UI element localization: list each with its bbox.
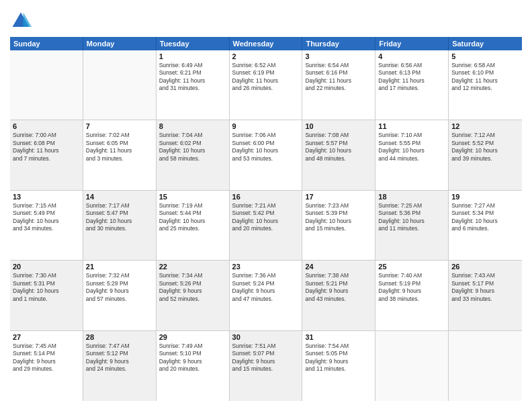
day-detail: Sunrise: 7:43 AM Sunset: 5:17 PM Dayligh… (451, 272, 519, 303)
day-number: 27 (13, 333, 80, 341)
day-detail: Sunrise: 7:08 AM Sunset: 5:57 PM Dayligh… (305, 132, 372, 163)
weekday-header: Monday (83, 37, 157, 50)
day-detail: Sunrise: 7:32 AM Sunset: 5:29 PM Dayligh… (86, 272, 153, 303)
day-detail: Sunrise: 7:27 AM Sunset: 5:34 PM Dayligh… (451, 202, 519, 233)
day-number: 17 (305, 193, 372, 201)
day-detail: Sunrise: 7:54 AM Sunset: 5:05 PM Dayligh… (305, 342, 372, 373)
day-detail: Sunrise: 7:34 AM Sunset: 5:26 PM Dayligh… (159, 272, 226, 303)
weekday-header: Sunday (10, 37, 83, 50)
day-detail: Sunrise: 7:15 AM Sunset: 5:49 PM Dayligh… (13, 202, 80, 233)
day-detail: Sunrise: 7:19 AM Sunset: 5:44 PM Dayligh… (159, 202, 226, 233)
calendar-cell: 28Sunrise: 7:47 AM Sunset: 5:12 PM Dayli… (83, 331, 157, 401)
day-number: 10 (305, 122, 372, 130)
day-detail: Sunrise: 7:47 AM Sunset: 5:12 PM Dayligh… (86, 342, 153, 373)
day-detail: Sunrise: 6:54 AM Sunset: 6:16 PM Dayligh… (305, 62, 372, 93)
calendar-cell: 17Sunrise: 7:23 AM Sunset: 5:39 PM Dayli… (302, 191, 375, 260)
calendar-cell: 14Sunrise: 7:17 AM Sunset: 5:47 PM Dayli… (83, 191, 157, 260)
svg-marker-1 (24, 13, 32, 27)
day-number: 30 (232, 333, 300, 341)
day-detail: Sunrise: 7:40 AM Sunset: 5:19 PM Dayligh… (378, 272, 445, 303)
day-detail: Sunrise: 7:02 AM Sunset: 6:05 PM Dayligh… (86, 132, 153, 163)
day-detail: Sunrise: 7:00 AM Sunset: 6:08 PM Dayligh… (13, 132, 80, 163)
calendar-cell: 18Sunrise: 7:25 AM Sunset: 5:36 PM Dayli… (375, 191, 449, 260)
calendar-cell: 19Sunrise: 7:27 AM Sunset: 5:34 PM Dayli… (449, 191, 522, 260)
weekday-header: Tuesday (157, 37, 230, 50)
day-detail: Sunrise: 6:58 AM Sunset: 6:10 PM Dayligh… (451, 62, 519, 93)
calendar-row: 13Sunrise: 7:15 AM Sunset: 5:49 PM Dayli… (10, 191, 522, 261)
day-detail: Sunrise: 7:51 AM Sunset: 5:07 PM Dayligh… (232, 342, 300, 373)
day-number: 19 (451, 193, 519, 201)
logo-icon (10, 10, 32, 32)
calendar-cell: 1Sunrise: 6:49 AM Sunset: 6:21 PM Daylig… (157, 50, 230, 120)
day-number: 31 (305, 333, 372, 341)
day-number: 24 (305, 263, 372, 271)
calendar-cell: 15Sunrise: 7:19 AM Sunset: 5:44 PM Dayli… (157, 191, 230, 260)
calendar: SundayMondayTuesdayWednesdayThursdayFrid… (10, 37, 522, 401)
calendar-cell: 4Sunrise: 6:56 AM Sunset: 6:13 PM Daylig… (375, 50, 449, 120)
day-number: 13 (13, 193, 80, 201)
calendar-cell: 26Sunrise: 7:43 AM Sunset: 5:17 PM Dayli… (449, 261, 522, 330)
header (10, 10, 522, 32)
calendar-cell (375, 331, 449, 401)
calendar-cell: 22Sunrise: 7:34 AM Sunset: 5:26 PM Dayli… (157, 261, 230, 330)
calendar-cell: 7Sunrise: 7:02 AM Sunset: 6:05 PM Daylig… (83, 120, 157, 189)
calendar-header: SundayMondayTuesdayWednesdayThursdayFrid… (10, 37, 522, 50)
calendar-cell: 5Sunrise: 6:58 AM Sunset: 6:10 PM Daylig… (449, 50, 522, 120)
day-number: 12 (451, 122, 519, 130)
weekday-header: Wednesday (230, 37, 303, 50)
calendar-cell: 31Sunrise: 7:54 AM Sunset: 5:05 PM Dayli… (302, 331, 375, 401)
calendar-cell: 3Sunrise: 6:54 AM Sunset: 6:16 PM Daylig… (302, 50, 375, 120)
day-number: 9 (232, 122, 300, 130)
calendar-cell (83, 50, 157, 120)
day-number: 6 (13, 122, 80, 130)
page: SundayMondayTuesdayWednesdayThursdayFrid… (0, 0, 532, 411)
day-detail: Sunrise: 7:23 AM Sunset: 5:39 PM Dayligh… (305, 202, 372, 233)
day-number: 29 (159, 333, 226, 341)
day-number: 20 (13, 263, 80, 271)
day-detail: Sunrise: 7:36 AM Sunset: 5:24 PM Dayligh… (232, 272, 300, 303)
day-number: 25 (378, 263, 445, 271)
calendar-cell: 29Sunrise: 7:49 AM Sunset: 5:10 PM Dayli… (157, 331, 230, 401)
weekday-header: Thursday (302, 37, 375, 50)
day-number: 4 (378, 52, 445, 60)
day-number: 18 (378, 193, 445, 201)
day-detail: Sunrise: 7:45 AM Sunset: 5:14 PM Dayligh… (13, 342, 80, 373)
calendar-cell: 9Sunrise: 7:06 AM Sunset: 6:00 PM Daylig… (230, 120, 303, 189)
day-number: 3 (305, 52, 372, 60)
calendar-cell: 12Sunrise: 7:12 AM Sunset: 5:52 PM Dayli… (449, 120, 522, 189)
day-detail: Sunrise: 7:10 AM Sunset: 5:55 PM Dayligh… (378, 132, 445, 163)
calendar-cell: 2Sunrise: 6:52 AM Sunset: 6:19 PM Daylig… (230, 50, 303, 120)
calendar-cell: 21Sunrise: 7:32 AM Sunset: 5:29 PM Dayli… (83, 261, 157, 330)
calendar-cell: 13Sunrise: 7:15 AM Sunset: 5:49 PM Dayli… (10, 191, 83, 260)
day-detail: Sunrise: 6:49 AM Sunset: 6:21 PM Dayligh… (159, 62, 226, 93)
weekday-header: Saturday (449, 37, 522, 50)
calendar-cell: 10Sunrise: 7:08 AM Sunset: 5:57 PM Dayli… (302, 120, 375, 189)
day-detail: Sunrise: 7:49 AM Sunset: 5:10 PM Dayligh… (159, 342, 226, 373)
day-number: 2 (232, 52, 300, 60)
day-number: 8 (159, 122, 226, 130)
calendar-cell: 25Sunrise: 7:40 AM Sunset: 5:19 PM Dayli… (375, 261, 449, 330)
day-detail: Sunrise: 7:25 AM Sunset: 5:36 PM Dayligh… (378, 202, 445, 233)
calendar-cell: 11Sunrise: 7:10 AM Sunset: 5:55 PM Dayli… (375, 120, 449, 189)
day-number: 14 (86, 193, 153, 201)
calendar-cell (10, 50, 83, 120)
day-detail: Sunrise: 7:21 AM Sunset: 5:42 PM Dayligh… (232, 202, 300, 233)
calendar-cell: 6Sunrise: 7:00 AM Sunset: 6:08 PM Daylig… (10, 120, 83, 189)
day-detail: Sunrise: 6:56 AM Sunset: 6:13 PM Dayligh… (378, 62, 445, 93)
day-detail: Sunrise: 7:17 AM Sunset: 5:47 PM Dayligh… (86, 202, 153, 233)
day-detail: Sunrise: 7:30 AM Sunset: 5:31 PM Dayligh… (13, 272, 80, 303)
day-number: 26 (451, 263, 519, 271)
day-number: 16 (232, 193, 300, 201)
weekday-header: Friday (375, 37, 449, 50)
day-number: 11 (378, 122, 445, 130)
calendar-cell: 16Sunrise: 7:21 AM Sunset: 5:42 PM Dayli… (230, 191, 303, 260)
day-number: 5 (451, 52, 519, 60)
day-detail: Sunrise: 7:04 AM Sunset: 6:02 PM Dayligh… (159, 132, 226, 163)
day-detail: Sunrise: 7:06 AM Sunset: 6:00 PM Dayligh… (232, 132, 300, 163)
day-number: 28 (86, 333, 153, 341)
calendar-body: 1Sunrise: 6:49 AM Sunset: 6:21 PM Daylig… (10, 50, 522, 401)
day-detail: Sunrise: 6:52 AM Sunset: 6:19 PM Dayligh… (232, 62, 300, 93)
day-detail: Sunrise: 7:38 AM Sunset: 5:21 PM Dayligh… (305, 272, 372, 303)
calendar-cell: 27Sunrise: 7:45 AM Sunset: 5:14 PM Dayli… (10, 331, 83, 401)
day-number: 7 (86, 122, 153, 130)
